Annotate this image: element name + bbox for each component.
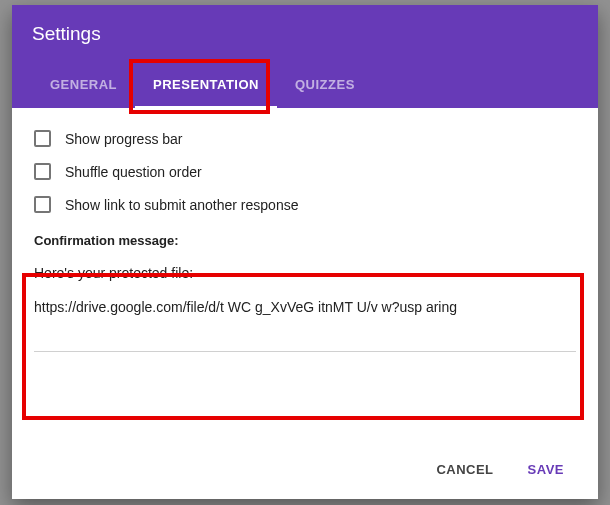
- save-button[interactable]: Save: [514, 452, 578, 487]
- option-progress-label: Show progress bar: [65, 131, 183, 147]
- checkbox-submit-another[interactable]: [34, 196, 51, 213]
- dialog-footer: Cancel Save: [12, 444, 598, 499]
- option-progress-row: Show progress bar: [34, 130, 576, 147]
- tab-bar: General Presentation Quizzes: [32, 63, 578, 108]
- checkbox-shuffle[interactable]: [34, 163, 51, 180]
- confirmation-textarea[interactable]: Here's your protected file: https://driv…: [34, 262, 576, 352]
- confirmation-label: Confirmation message:: [34, 233, 576, 248]
- confirmation-section: Confirmation message: Here's your protec…: [34, 233, 576, 352]
- confirmation-line2: https://drive.google.com/file/d/t WC g_X…: [34, 296, 576, 320]
- cancel-button[interactable]: Cancel: [422, 452, 507, 487]
- dialog-title: Settings: [32, 23, 578, 45]
- settings-dialog: Settings General Presentation Quizzes Sh…: [12, 5, 598, 499]
- tab-quizzes[interactable]: Quizzes: [277, 63, 373, 108]
- tab-general[interactable]: General: [32, 63, 135, 108]
- option-shuffle-row: Shuffle question order: [34, 163, 576, 180]
- dialog-body: Show progress bar Shuffle question order…: [12, 108, 598, 444]
- dialog-header: Settings General Presentation Quizzes: [12, 5, 598, 108]
- checkbox-progress[interactable]: [34, 130, 51, 147]
- confirmation-line1: Here's your protected file:: [34, 262, 576, 286]
- tab-presentation[interactable]: Presentation: [135, 63, 277, 108]
- option-submit-another-label: Show link to submit another response: [65, 197, 298, 213]
- option-submit-another-row: Show link to submit another response: [34, 196, 576, 213]
- option-shuffle-label: Shuffle question order: [65, 164, 202, 180]
